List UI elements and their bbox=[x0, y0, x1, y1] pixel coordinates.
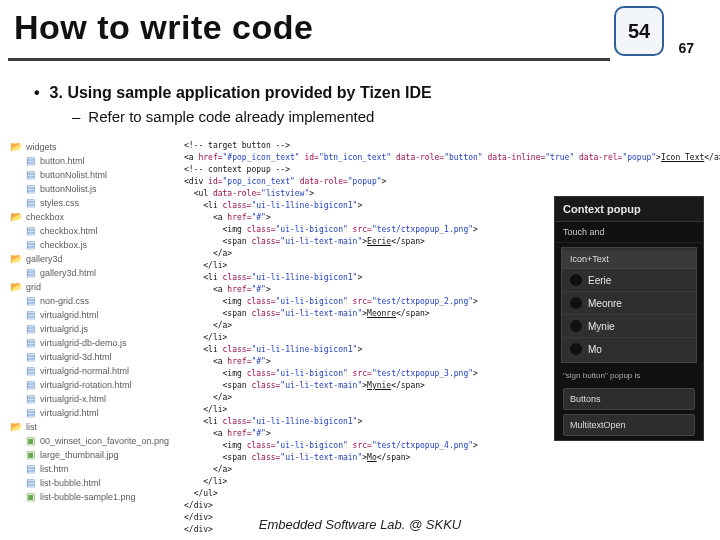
phone-popup-item[interactable]: Mynie bbox=[562, 315, 696, 338]
phone-button[interactable]: MultitextOpen bbox=[563, 414, 695, 436]
phone-popup-item-label: Eerie bbox=[588, 275, 611, 286]
tree-item-label: widgets bbox=[26, 140, 57, 154]
image-file-icon: ▣ bbox=[24, 450, 36, 460]
phone-anchor-text: Touch and bbox=[555, 222, 703, 243]
tree-file[interactable]: ▤virtualgrid.html bbox=[4, 406, 184, 420]
folder-open-icon: 📂 bbox=[10, 254, 22, 264]
tree-file[interactable]: ▣00_winset_icon_favorite_on.png bbox=[4, 434, 184, 448]
phone-button[interactable]: Buttons bbox=[563, 388, 695, 410]
code-line: <img class="ui-li-bigicon" src="test/ctx… bbox=[184, 224, 524, 236]
tree-file[interactable]: ▤virtualgrid-rotation.html bbox=[4, 378, 184, 392]
code-line: <a href="#"> bbox=[184, 212, 524, 224]
code-line: <span class="ui-li-text-main">Mynie</spa… bbox=[184, 380, 524, 392]
tree-file[interactable]: ▤gallery3d.html bbox=[4, 266, 184, 280]
tree-item-label: virtualgrid-3d.html bbox=[40, 350, 112, 364]
code-line: </a> bbox=[184, 248, 524, 260]
tree-file[interactable]: ▤virtualgrid-db-demo.js bbox=[4, 336, 184, 350]
phone-note-text: "sign button" popup is bbox=[555, 367, 703, 384]
folder-open-icon: 📂 bbox=[10, 142, 22, 152]
code-line: </li> bbox=[184, 404, 524, 416]
code-line: <li class="ui-li-1line-bigicon1"> bbox=[184, 344, 524, 356]
file-icon: ▤ bbox=[24, 338, 36, 348]
tree-item-label: buttonNolist.html bbox=[40, 168, 107, 182]
tree-file[interactable]: ▤virtualgrid-3d.html bbox=[4, 350, 184, 364]
file-icon: ▤ bbox=[24, 310, 36, 320]
tree-item-label: 00_winset_icon_favorite_on.png bbox=[40, 434, 169, 448]
folder-open-icon: 📂 bbox=[10, 422, 22, 432]
file-icon: ▤ bbox=[24, 296, 36, 306]
tree-folder[interactable]: 📂grid bbox=[4, 280, 184, 294]
code-line: </a> bbox=[184, 464, 524, 476]
file-icon: ▤ bbox=[24, 464, 36, 474]
code-line: <a href="#"> bbox=[184, 356, 524, 368]
phone-popup-item[interactable]: Meonre bbox=[562, 292, 696, 315]
tree-item-label: list.htm bbox=[40, 462, 69, 476]
tree-file[interactable]: ▤virtualgrid-x.html bbox=[4, 392, 184, 406]
tree-item-label: checkbox.html bbox=[40, 224, 98, 238]
tree-file[interactable]: ▤list-bubble.html bbox=[4, 476, 184, 490]
tree-file[interactable]: ▤virtualgrid.html bbox=[4, 308, 184, 322]
folder-open-icon: 📂 bbox=[10, 212, 22, 222]
tree-item-label: checkbox bbox=[26, 210, 64, 224]
tree-file[interactable]: ▤virtualgrid-normal.html bbox=[4, 364, 184, 378]
page-total: 67 bbox=[678, 40, 694, 56]
tree-folder[interactable]: 📂list bbox=[4, 420, 184, 434]
tree-file[interactable]: ▤virtualgrid.js bbox=[4, 322, 184, 336]
code-line: </a> bbox=[184, 392, 524, 404]
phone-header: Context popup bbox=[555, 197, 703, 222]
tree-item-label: virtualgrid.js bbox=[40, 322, 88, 336]
code-line: <!-- context popup --> bbox=[184, 164, 524, 176]
code-line: <span class="ui-li-text-main">Meonre</sp… bbox=[184, 308, 524, 320]
tree-file[interactable]: ▤styles.css bbox=[4, 196, 184, 210]
phone-popup-item-label: Meonre bbox=[588, 298, 622, 309]
tree-folder[interactable]: 📂widgets bbox=[4, 140, 184, 154]
tree-file[interactable]: ▤buttonNolist.html bbox=[4, 168, 184, 182]
tree-file[interactable]: ▤button.html bbox=[4, 154, 184, 168]
tree-folder[interactable]: 📂gallery3d bbox=[4, 252, 184, 266]
tree-item-label: virtualgrid.html bbox=[40, 406, 99, 420]
code-line: </li> bbox=[184, 332, 524, 344]
phone-popup-item[interactable]: Mo bbox=[562, 338, 696, 360]
code-line: <div id="pop_icon_text" data-role="popup… bbox=[184, 176, 524, 188]
code-panel: <!-- target button --><a href="#pop_icon… bbox=[184, 140, 524, 536]
phone-popup-item[interactable]: Eerie bbox=[562, 269, 696, 292]
tree-item-label: large_thumbnail.jpg bbox=[40, 448, 119, 462]
tree-item-label: virtualgrid.html bbox=[40, 308, 99, 322]
page-current: 54 bbox=[628, 20, 650, 43]
folder-open-icon: 📂 bbox=[10, 282, 22, 292]
slide-footer: Embedded Software Lab. @ SKKU bbox=[0, 517, 720, 532]
code-line: <!-- target button --> bbox=[184, 140, 524, 152]
code-line: </ul> bbox=[184, 488, 524, 500]
bullet-level1-text: 3. Using sample application provided by … bbox=[50, 84, 432, 101]
file-icon: ▤ bbox=[24, 156, 36, 166]
title-underline bbox=[8, 58, 610, 61]
code-line: <a href="#"> bbox=[184, 284, 524, 296]
tree-file[interactable]: ▤checkbox.html bbox=[4, 224, 184, 238]
code-line: <img class="ui-li-bigicon" src="test/ctx… bbox=[184, 440, 524, 452]
file-icon: ▤ bbox=[24, 478, 36, 488]
tree-item-label: styles.css bbox=[40, 196, 79, 210]
phone-preview: Context popup Touch and Icon+Text EerieM… bbox=[554, 196, 704, 441]
tree-folder[interactable]: 📂checkbox bbox=[4, 210, 184, 224]
bullet-level1: •3. Using sample application provided by… bbox=[34, 84, 690, 102]
file-icon: ▤ bbox=[24, 380, 36, 390]
file-icon: ▤ bbox=[24, 324, 36, 334]
tree-item-label: non-grid.css bbox=[40, 294, 89, 308]
code-line: <span class="ui-li-text-main">Mo</span> bbox=[184, 452, 524, 464]
phone-popup-item-label: Mo bbox=[588, 344, 602, 355]
tree-item-label: gallery3d bbox=[26, 252, 63, 266]
file-icon: ▤ bbox=[24, 198, 36, 208]
tree-file[interactable]: ▤checkbox.js bbox=[4, 238, 184, 252]
tree-file[interactable]: ▣list-bubble-sample1.png bbox=[4, 490, 184, 504]
code-line: <a href="#"> bbox=[184, 428, 524, 440]
code-line: <a href="#pop_icon_text" id="btn_icon_te… bbox=[184, 152, 524, 164]
tree-item-label: list bbox=[26, 420, 37, 434]
tree-item-label: list-bubble.html bbox=[40, 476, 101, 490]
tree-file[interactable]: ▤list.htm bbox=[4, 462, 184, 476]
code-line: <img class="ui-li-bigicon" src="test/ctx… bbox=[184, 296, 524, 308]
tree-item-label: virtualgrid-x.html bbox=[40, 392, 106, 406]
tree-file[interactable]: ▤non-grid.css bbox=[4, 294, 184, 308]
tree-file[interactable]: ▣large_thumbnail.jpg bbox=[4, 448, 184, 462]
tree-file[interactable]: ▤buttonNolist.js bbox=[4, 182, 184, 196]
tree-item-label: button.html bbox=[40, 154, 85, 168]
